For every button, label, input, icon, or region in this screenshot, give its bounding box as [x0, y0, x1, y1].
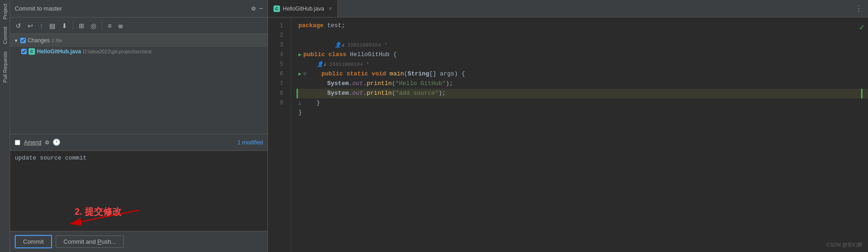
token-indent-2: [298, 79, 327, 89]
toolbar: ↺ ↩ ↑ ▤ ⬇ ⊞ ◎ ≡ ≣: [10, 17, 268, 34]
panel-header-icons: ⚙ −: [251, 5, 263, 12]
code-line-9: [298, 118, 868, 127]
token-package-name: test: [327, 21, 341, 31]
line-num-9: 9: [268, 98, 287, 108]
token-indent-1: [307, 69, 321, 79]
line-num-7: 7: [268, 79, 287, 89]
tab-close-button[interactable]: ×: [329, 6, 332, 12]
sidebar-tabs: Project Commit Pull Requests: [0, 0, 10, 252]
panel-header: Commit to master ⚙ −: [10, 0, 268, 17]
amend-history-icon[interactable]: 🕐: [52, 138, 60, 146]
token-out-1: out: [352, 79, 363, 89]
token-kw-public-2: public: [321, 69, 347, 79]
line-num-4: 4: [268, 50, 287, 60]
line-num-8: 8: [268, 89, 287, 98]
refresh-button[interactable]: ↺: [14, 21, 23, 30]
code-line-3: ▶ public class HelloGitHub {: [298, 50, 868, 60]
code-line-8: }: [298, 108, 868, 118]
run-icon-3[interactable]: ▶: [298, 51, 302, 59]
token-string-class: String: [408, 69, 429, 79]
changes-section: ▼ Changes 1 file C HelloGitHub.java D:\i…: [10, 34, 268, 134]
more-button[interactable]: ≣: [116, 21, 125, 30]
settings-icon[interactable]: ⚙: [251, 5, 255, 12]
editor-tab-hellogithub[interactable]: C HelloGitHub.java ×: [268, 0, 338, 17]
git-added-indicator: [297, 89, 298, 98]
commit-and-push-button[interactable]: Commit and Push...: [56, 235, 124, 248]
token-system-2: System: [327, 89, 349, 98]
comment-text-2: ♟ 15811009164 *: [323, 61, 369, 69]
stash-button[interactable]: ▤: [47, 21, 57, 30]
token-paren-3: );: [446, 79, 453, 89]
token-args: args: [440, 69, 454, 79]
log-button[interactable]: ◎: [89, 21, 98, 30]
token-system-1: System: [327, 79, 349, 89]
modified-badge: 1 modified: [238, 139, 263, 146]
file-type-icon: C: [29, 48, 35, 55]
file-item[interactable]: C HelloGitHub.java D:\idea2022\git-proje…: [10, 47, 268, 56]
file-name: HelloGitHub.java: [37, 48, 81, 55]
annotation-text: 2. 提交修改: [75, 206, 122, 218]
annotation-overlay: 2. 提交修改: [10, 199, 268, 231]
token-paren-4: (: [392, 89, 396, 98]
line-num-2: 2: [268, 31, 287, 40]
commit-button[interactable]: Commit: [15, 235, 52, 248]
code-area[interactable]: package test; 👤 ♟ 15811009164 * ▶ public…: [291, 17, 868, 252]
token-paren-5: );: [438, 89, 446, 98]
toolbar-separator-2: [102, 22, 102, 30]
token-arr: []: [429, 69, 440, 79]
minimize-icon[interactable]: −: [259, 5, 263, 12]
token-str-2: "add source": [396, 89, 439, 98]
tab-bar-menu-icon[interactable]: ⋮: [850, 4, 868, 13]
sidebar-item-project[interactable]: Project: [0, 0, 10, 23]
fold-icon-4[interactable]: ▽: [303, 71, 306, 78]
line-num-1: 1: [268, 21, 287, 31]
token-println-1: println: [367, 79, 392, 89]
panel-title: Commit to master: [15, 5, 62, 12]
commit-message-area: update source commit: [10, 151, 268, 199]
token-paren-close: ) {: [454, 69, 465, 79]
branch-button[interactable]: ⊞: [77, 21, 86, 30]
token-semicolon-1: ;: [342, 21, 345, 31]
code-line-2: [298, 31, 868, 40]
amend-row: Amend ⚙ 🕐 1 modified: [10, 134, 268, 151]
unstash-button[interactable]: ⬇: [60, 21, 69, 30]
sort-button[interactable]: ≡: [106, 21, 113, 30]
token-kw-class: class: [328, 50, 350, 60]
token-kw-public-1: public: [303, 50, 329, 60]
file-path: D:\idea2022\git-project\src\test: [83, 49, 151, 54]
amend-settings-icon[interactable]: ⚙: [45, 138, 49, 146]
token-dot-2: .: [363, 79, 367, 89]
token-kw-void: void: [372, 69, 390, 79]
changes-checkbox[interactable]: [20, 38, 26, 43]
comment-icon-1: 👤: [335, 41, 341, 50]
fetch-button[interactable]: ↑: [38, 21, 45, 30]
right-gutter-added: [861, 89, 862, 98]
changes-header: ▼ Changes 1 file: [10, 34, 268, 47]
expand-icon[interactable]: ▼: [14, 38, 18, 43]
amend-label: Amend: [24, 139, 41, 146]
changes-count: 1 file: [52, 38, 62, 43]
sidebar-item-commit[interactable]: Commit: [0, 23, 10, 48]
undo-button[interactable]: ↩: [26, 21, 35, 30]
token-println-2: println: [367, 89, 392, 98]
editor-checkmark: ✓: [859, 21, 864, 34]
token-dot-3: .: [349, 89, 352, 98]
token-dot-1: .: [349, 79, 352, 89]
commit-buttons-row: Commit Commit and Push...: [10, 231, 268, 252]
code-comment-1: 👤 ♟ 15811009164 *: [298, 40, 868, 50]
file-checkbox[interactable]: [21, 49, 27, 54]
csdn-watermark: CSDN @安幻辉: [827, 241, 862, 249]
comment-icon-2: 👤: [317, 61, 323, 69]
amend-checkbox[interactable]: [15, 140, 20, 145]
tab-filename: HelloGitHub.java: [283, 6, 324, 12]
token-indent-4: [302, 98, 316, 108]
commit-message-input[interactable]: update source commit: [10, 151, 268, 197]
tab-bar: C HelloGitHub.java × ⋮: [268, 0, 868, 17]
run-icon-4[interactable]: ▶: [298, 70, 302, 79]
line-num-5: 5: [268, 60, 287, 69]
code-line-5: System.out.println("Hello GitHub");: [298, 79, 868, 89]
sidebar-item-pull-requests[interactable]: Pull Requests: [0, 48, 10, 86]
token-str-1: "Hello GitHub": [396, 79, 446, 89]
fold-icon-7[interactable]: △: [298, 100, 301, 107]
token-out-2: out: [352, 89, 363, 98]
